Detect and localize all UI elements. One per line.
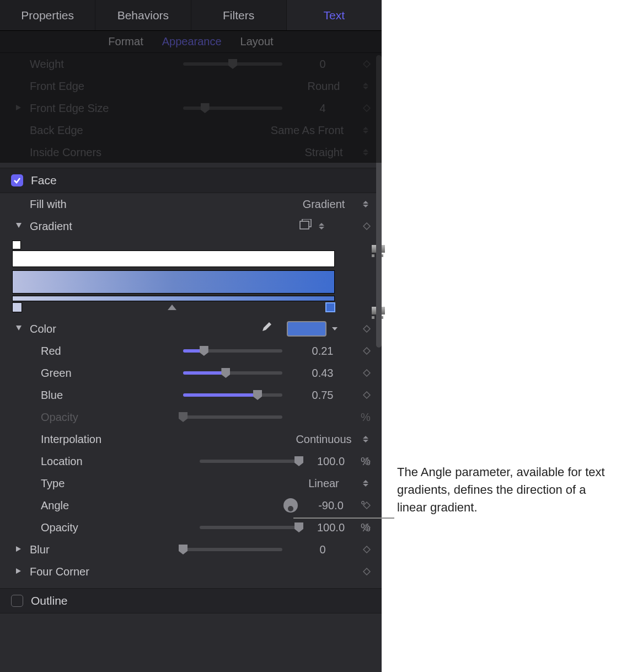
four-corner-keyframe[interactable] [363, 568, 371, 575]
outline-checkbox[interactable] [11, 595, 23, 607]
sub-tabs: Format Appearance Layout [0, 31, 382, 53]
type-value[interactable]: Linear [288, 477, 360, 490]
blue-keyframe[interactable] [363, 391, 371, 399]
blue-slider[interactable] [183, 393, 282, 397]
main-tabs: Properties Behaviors Filters Text [0, 0, 382, 31]
angle-keyframe[interactable] [363, 502, 371, 509]
blur-disclosure[interactable] [15, 546, 23, 553]
tab-properties[interactable]: Properties [0, 0, 95, 30]
opacity-rgba-slider [183, 415, 282, 419]
opacity-label: Opacity [41, 521, 124, 534]
weight-slider[interactable] [183, 62, 282, 66]
color-disclosure[interactable] [15, 325, 23, 333]
blur-label: Blur [30, 543, 124, 556]
param-front-edge-size-row: Front Edge Size 4 [0, 97, 382, 119]
opacity-stop-left[interactable] [12, 241, 21, 249]
front-edge-size-disclosure[interactable] [15, 104, 23, 112]
color-keyframe[interactable] [363, 325, 371, 333]
front-edge-stepper[interactable] [363, 81, 371, 92]
front-edge-size-slider[interactable] [183, 106, 282, 110]
inspector-panel: Properties Behaviors Filters Text Format… [0, 0, 382, 672]
front-edge-size-keyframe[interactable] [363, 104, 371, 112]
red-slider[interactable] [183, 349, 282, 353]
param-blur-row: Blur 0 [0, 538, 382, 561]
gradient-disclosure[interactable] [15, 222, 23, 230]
weight-value[interactable]: 0 [287, 58, 358, 71]
back-edge-stepper[interactable] [363, 125, 371, 136]
location-label: Location [41, 455, 124, 468]
blur-keyframe[interactable] [363, 546, 371, 553]
parameter-list: Weight 0 Front Edge Round Front Edge Siz… [0, 53, 382, 614]
interpolation-stepper[interactable] [363, 434, 371, 445]
location-keyframe[interactable] [363, 457, 371, 465]
type-stepper[interactable] [363, 478, 371, 489]
blur-value[interactable]: 0 [287, 543, 358, 556]
callout-line [293, 518, 394, 519]
front-edge-value[interactable]: Round [288, 80, 360, 93]
fill-with-label: Fill with [30, 198, 124, 211]
blur-slider[interactable] [183, 548, 282, 551]
section-outline: Outline [0, 588, 382, 614]
four-corner-disclosure[interactable] [15, 568, 23, 575]
weight-label: Weight [30, 58, 124, 71]
param-front-edge-row: Front Edge Round [0, 75, 382, 97]
color-stop-left[interactable] [12, 302, 22, 312]
gradient-keyframe[interactable] [363, 222, 371, 230]
angle-dial[interactable] [283, 498, 298, 513]
color-well[interactable] [287, 321, 326, 337]
weight-keyframe[interactable] [363, 60, 371, 68]
front-edge-size-value[interactable]: 4 [287, 102, 358, 115]
opacity-bar[interactable] [12, 250, 335, 267]
green-keyframe[interactable] [363, 369, 371, 377]
tab-filters[interactable]: Filters [191, 0, 287, 30]
front-edge-size-label: Front Edge Size [30, 102, 124, 115]
param-angle-row: Angle -90.0 ° [0, 494, 382, 516]
back-edge-label: Back Edge [30, 124, 124, 137]
red-value[interactable]: 0.21 [287, 345, 358, 358]
subtab-layout[interactable]: Layout [240, 35, 274, 48]
face-checkbox[interactable] [11, 174, 23, 186]
opacity-value[interactable]: 100.0 [303, 521, 358, 534]
angle-label: Angle [41, 499, 124, 512]
subtab-appearance[interactable]: Appearance [162, 35, 222, 48]
green-value[interactable]: 0.43 [287, 367, 358, 380]
color-well-menu[interactable] [332, 327, 338, 330]
svg-rect-1 [300, 221, 309, 229]
gradient-preset-stepper[interactable] [319, 221, 326, 232]
param-gradient-row: Gradient [0, 215, 382, 237]
front-edge-label: Front Edge [30, 80, 124, 93]
param-opacity-row: Opacity 100.0 % [0, 516, 382, 538]
location-slider[interactable] [200, 460, 299, 463]
gradient-midpoint[interactable] [168, 305, 176, 310]
eyedropper-icon[interactable] [259, 321, 272, 337]
blue-value[interactable]: 0.75 [287, 389, 358, 402]
interpolation-value[interactable]: Continuous [288, 433, 360, 446]
red-label: Red [41, 345, 124, 358]
param-opacity-rgba-row: Opacity % [0, 406, 382, 428]
opacity-keyframe[interactable] [363, 524, 371, 531]
inside-corners-label: Inside Corners [30, 146, 124, 159]
inside-corners-value[interactable]: Straight [288, 146, 360, 159]
red-keyframe[interactable] [363, 347, 371, 355]
color-stop-right[interactable] [325, 302, 335, 312]
color-bar[interactable] [12, 296, 335, 301]
fill-with-stepper[interactable] [363, 199, 371, 210]
location-value[interactable]: 100.0 [303, 455, 358, 468]
blue-label: Blue [41, 389, 124, 402]
param-color-row: Color [0, 318, 382, 340]
subtab-format[interactable]: Format [108, 35, 143, 48]
param-weight-row: Weight 0 [0, 53, 382, 75]
angle-value[interactable]: -90.0 [303, 499, 358, 512]
tab-text[interactable]: Text [287, 0, 382, 30]
tab-behaviors[interactable]: Behaviors [95, 0, 191, 30]
fill-with-value[interactable]: Gradient [288, 198, 360, 211]
gradient-bar[interactable] [12, 270, 335, 294]
inside-corners-stepper[interactable] [363, 147, 371, 158]
green-slider[interactable] [183, 371, 282, 375]
param-type-row: Type Linear [0, 472, 382, 494]
opacity-slider[interactable] [200, 526, 299, 529]
scrollbar[interactable] [376, 55, 382, 348]
gradient-preset-icon[interactable] [299, 219, 313, 234]
gradient-editor [0, 237, 382, 318]
back-edge-value[interactable]: Same As Front [255, 124, 360, 137]
